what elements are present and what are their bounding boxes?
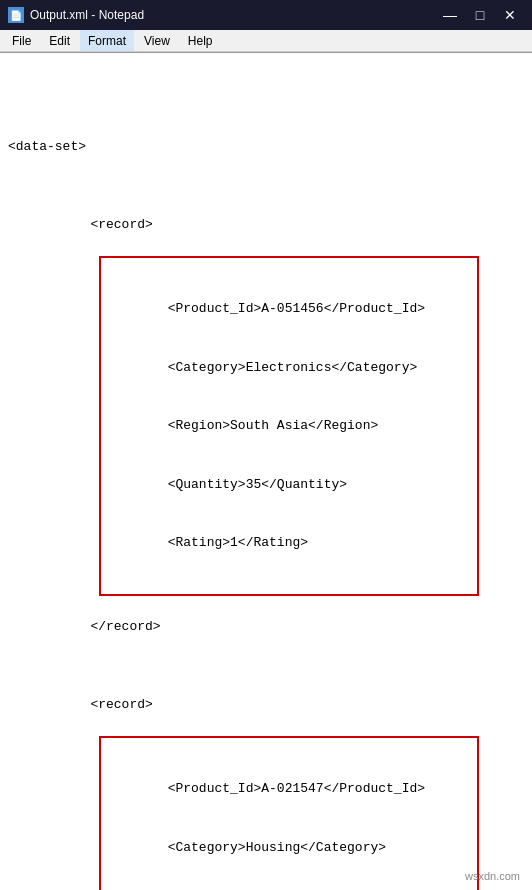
window-controls[interactable]: — □ ✕ [436,4,524,26]
open-dataset: <data-set> [8,137,524,157]
record-1-category: <Category>Electronics</Category> [105,358,473,378]
title-bar-left: 📄 Output.xml - Notepad [8,7,144,23]
record-close-1: </record> [28,617,524,637]
maximize-button[interactable]: □ [466,4,494,26]
menu-format[interactable]: Format [80,30,134,51]
watermark: wsxdn.com [465,870,520,882]
record-1-rating: <Rating>1</Rating> [105,533,473,553]
menu-bar: File Edit Format View Help [0,30,532,52]
menu-edit[interactable]: Edit [41,30,78,51]
menu-help[interactable]: Help [180,30,221,51]
editor-area[interactable]: <data-set> <record> <Product_Id>A-051456… [0,52,532,890]
record-1-region: <Region>South Asia</Region> [105,416,473,436]
record-box-2: <Product_Id>A-021547</Product_Id> <Categ… [99,736,479,890]
record-2-product: <Product_Id>A-021547</Product_Id> [105,779,473,799]
menu-view[interactable]: View [136,30,178,51]
menu-file[interactable]: File [4,30,39,51]
minimize-button[interactable]: — [436,4,464,26]
record-open-2: <record> [28,695,524,715]
app-icon: 📄 [8,7,24,23]
code-content: <data-set> <record> <Product_Id>A-051456… [0,57,532,890]
record-open-1: <record> [28,215,524,235]
window-title: Output.xml - Notepad [30,8,144,22]
record-1-product: <Product_Id>A-051456</Product_Id> [105,299,473,319]
close-button[interactable]: ✕ [496,4,524,26]
record-2-category: <Category>Housing</Category> [105,838,473,858]
record-box-1: <Product_Id>A-051456</Product_Id> <Categ… [99,256,479,596]
record-1-quantity: <Quantity>35</Quantity> [105,475,473,495]
title-bar: 📄 Output.xml - Notepad — □ ✕ [0,0,532,30]
